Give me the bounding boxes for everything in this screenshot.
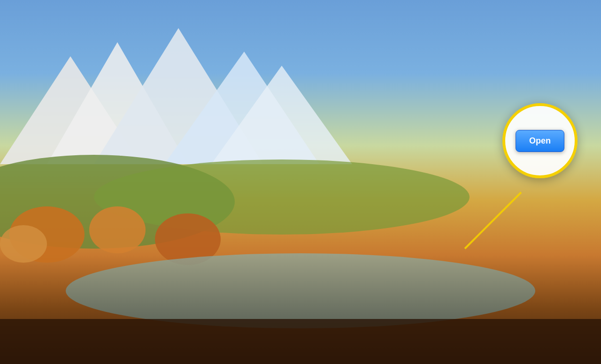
action-btn[interactable]: ⊙ <box>385 63 398 73</box>
col4-item-pictures[interactable]: 📁 Pictures › <box>380 171 470 182</box>
applications-label: Applications <box>149 167 182 174</box>
file-column-1: s › <box>221 78 258 231</box>
list-view-btn[interactable]: ≡ <box>178 63 189 73</box>
share-btn[interactable]: ↑ <box>372 63 384 74</box>
recents-icon: 🕐 <box>140 93 149 101</box>
col4-item-music[interactable]: 📁 Music › <box>380 161 470 171</box>
back-btn[interactable]: ‹ <box>135 63 145 73</box>
movies-icon: 🎬 <box>140 129 149 137</box>
dialog-title: Open <box>293 43 308 50</box>
callout-open-btn[interactable]: Open <box>516 130 564 152</box>
file-column-2: 📄 5.8.12.zip 📄 ...d Information <box>258 78 319 231</box>
col2-item-info[interactable]: 📄 ...d Information <box>258 89 319 99</box>
sidebar-item-desktop[interactable]: 🖥 Desktop <box>132 115 218 127</box>
dialog-bottombar: Cancel Open <box>131 232 470 256</box>
dialog-toolbar: ‹ › ⊞ ≡ ⊟ ⊡ ⌂ ↑ ⊙ 🔍 Search <box>131 59 470 78</box>
dropbox-label: Dropbox <box>152 179 175 186</box>
col3-item-home[interactable]: 🏠 › <box>319 78 380 89</box>
col3-item-shared[interactable]: 📁 Shared › <box>319 99 380 109</box>
open-btn-indicator <box>460 241 467 248</box>
home-btn[interactable]: ⌂ <box>225 63 236 73</box>
sidebar-item-recents[interactable]: 🕐 Recents <box>132 91 218 103</box>
col4-item-boxsync[interactable]: 📁 Box Sync › <box>380 89 470 99</box>
movie-tools-icon: 📁 <box>140 153 149 162</box>
col4-item-dropbox[interactable]: 📁 Dropbox › <box>380 140 470 151</box>
forward-btn[interactable]: › <box>146 63 156 73</box>
col4-item-public[interactable]: 📁 Public › <box>380 182 470 192</box>
downloads-icon: ⬇ <box>140 141 146 150</box>
dialog-titlebar: Open <box>131 35 470 59</box>
sidebar-item-downloads[interactable]: ⬇ Downloads <box>132 139 218 152</box>
documents-icon: 📄 <box>140 105 149 114</box>
ug-title: Users & Groups <box>290 8 512 15</box>
documents-label: Documents <box>152 106 183 113</box>
ug-search-placeholder: Search <box>528 9 546 15</box>
dropbox-icon: 📦 <box>140 178 149 186</box>
col4-item-movies[interactable]: 📁 Movies › <box>380 151 470 161</box>
dialog-maximize-btn[interactable] <box>153 44 159 50</box>
dialog-open-btn[interactable]: Open <box>426 238 463 250</box>
sidebar-column: Favorites 🕐 Recents 📄 Documents 🖥 Deskto… <box>131 78 221 231</box>
toolbar-sep1 <box>160 64 160 73</box>
col4-item-documents[interactable]: 📁 Documents › <box>380 120 470 130</box>
dialog-cancel-btn[interactable]: Cancel <box>384 238 421 250</box>
sidebar-item-applications[interactable]: ✦ Applications <box>132 164 218 176</box>
desktop-icon: 🖥 <box>140 117 147 125</box>
dialog-close-btn[interactable] <box>136 44 142 50</box>
search-box[interactable]: 🔍 Search <box>405 62 466 75</box>
toolbar-sep2 <box>221 64 222 73</box>
sidebar-item-movies[interactable]: 🎬 Movies <box>132 127 218 139</box>
dialog-traffic-lights <box>136 44 159 50</box>
search-placeholder: Search <box>417 65 435 72</box>
toolbar-path[interactable] <box>241 62 362 75</box>
applications-icon: ✦ <box>140 166 146 174</box>
sidebar-item-dropbox[interactable]: 📦 Dropbox <box>132 176 218 188</box>
sidebar-item-movie-tools[interactable]: 📁 Movie Tools <box>132 152 218 164</box>
sidebar-item-documents[interactable]: 📄 Documents <box>132 103 218 115</box>
col3-item-guest[interactable]: 📁 Guest › <box>319 89 380 99</box>
ug-search-icon: 🔍 <box>519 9 526 15</box>
file-column-3: 🏠 › 📁 Guest › 📁 Shared › <box>319 78 380 231</box>
movies-label: Movies <box>152 130 171 137</box>
column-view-btn[interactable]: ⊟ <box>191 63 203 73</box>
col4-item-applications[interactable]: 📁 Applications › <box>380 78 470 89</box>
col4-item-downloads[interactable]: 📁 Downloads › <box>380 130 470 140</box>
dialog-minimize-btn[interactable] <box>145 44 150 50</box>
recents-label: Recents <box>152 94 175 101</box>
downloads-label: Downloads <box>149 142 179 149</box>
toolbar-sep3 <box>368 64 369 73</box>
gallery-view-btn[interactable]: ⊡ <box>205 63 218 73</box>
ug-titlebar: Users & Groups 🔍 Search <box>286 0 601 24</box>
col4-item-concursionsaves[interactable]: 📁 ConcursionSaves › <box>380 99 470 109</box>
toolbar-sep4 <box>401 64 401 73</box>
ug-search-box[interactable]: 🔍 Search <box>516 8 595 17</box>
col1-item-s[interactable]: s › <box>221 78 258 88</box>
col4-item-desktop[interactable]: 📁 Desktop › <box>380 109 470 120</box>
col2-item-zip[interactable]: 📄 5.8.12.zip <box>258 78 319 89</box>
desktop-label: Desktop <box>150 118 173 125</box>
search-icon: 🔍 <box>408 65 415 71</box>
sidebar-section-label: Favorites <box>131 82 220 91</box>
callout-circle: Open <box>502 103 578 178</box>
icon-view-btn[interactable]: ⊞ <box>163 63 176 73</box>
file-column-4: 📁 Applications › 📁 Box Sync › 📁 Concursi… <box>380 78 470 231</box>
dialog-body: Favorites 🕐 Recents 📄 Documents 🖥 Deskto… <box>131 78 470 231</box>
open-dialog: Open ‹ › ⊞ ≡ ⊟ ⊡ ⌂ ↑ ⊙ 🔍 Search Favorite… <box>131 35 470 256</box>
movie-tools-label: Movie Tools <box>152 154 184 161</box>
